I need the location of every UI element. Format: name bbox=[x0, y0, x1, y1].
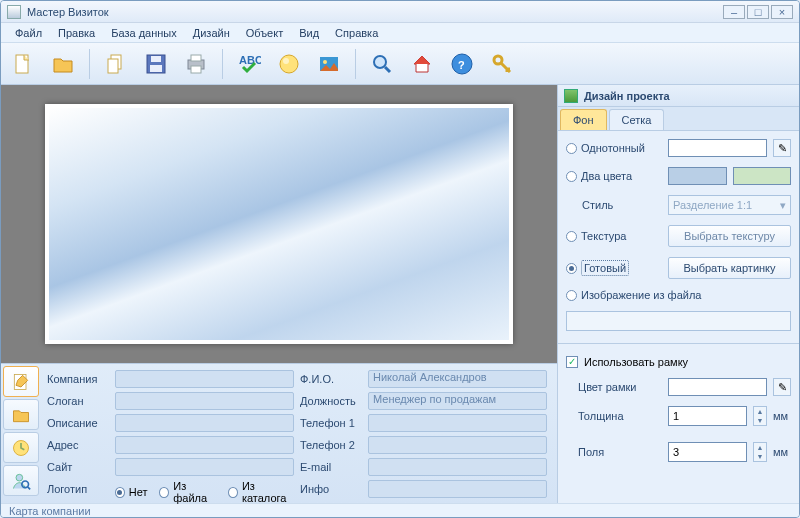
right-panel-header: Дизайн проекта bbox=[558, 85, 799, 107]
sphere-button[interactable] bbox=[273, 48, 305, 80]
radio-texture[interactable] bbox=[566, 231, 577, 242]
svg-text:?: ? bbox=[458, 59, 465, 71]
svg-point-14 bbox=[374, 56, 386, 68]
svg-point-17 bbox=[494, 56, 502, 64]
copy-button[interactable] bbox=[100, 48, 132, 80]
design-icon bbox=[564, 89, 578, 103]
checkbox-frame[interactable]: ✓ bbox=[566, 356, 578, 368]
svg-point-11 bbox=[283, 58, 289, 64]
toolbar: ABC ? bbox=[1, 43, 799, 85]
radio-logo-file[interactable] bbox=[159, 487, 169, 498]
solid-color-swatch[interactable] bbox=[668, 139, 767, 157]
minimize-button[interactable]: – bbox=[723, 5, 745, 19]
label-company: Компания bbox=[47, 370, 109, 388]
menu-database[interactable]: База данных bbox=[103, 25, 185, 41]
thickness-spinner[interactable]: ▲▼ bbox=[753, 406, 767, 426]
logo-options: Нет Из файла Из каталога bbox=[115, 480, 294, 504]
titlebar: Мастер Визиток – □ × bbox=[1, 1, 799, 23]
image-button[interactable] bbox=[313, 48, 345, 80]
input-phone1[interactable] bbox=[368, 414, 547, 432]
svg-point-13 bbox=[323, 60, 327, 64]
menu-object[interactable]: Объект bbox=[238, 25, 291, 41]
choose-image-button[interactable]: Выбрать картинку bbox=[668, 257, 791, 279]
label-use-frame: Использовать рамку bbox=[584, 356, 688, 368]
fields-panel: Компания Ф.И.О. Николай Александров Слог… bbox=[1, 363, 557, 503]
input-company[interactable] bbox=[115, 370, 294, 388]
label-desc: Описание bbox=[47, 414, 109, 432]
key-button[interactable] bbox=[486, 48, 518, 80]
margins-spinner[interactable]: ▲▼ bbox=[753, 442, 767, 462]
menu-edit[interactable]: Правка bbox=[50, 25, 103, 41]
sidetab-clock[interactable] bbox=[3, 432, 39, 463]
right-panel: Дизайн проекта Фон Сетка Однотонный ✎ Дв… bbox=[557, 85, 799, 503]
radio-logo-catalog[interactable] bbox=[228, 487, 238, 498]
input-phone2[interactable] bbox=[368, 436, 547, 454]
label-site: Сайт bbox=[47, 458, 109, 476]
svg-point-10 bbox=[280, 55, 298, 73]
home-button[interactable] bbox=[406, 48, 438, 80]
color2-swatch[interactable] bbox=[733, 167, 792, 185]
svg-text:ABC: ABC bbox=[239, 54, 261, 66]
new-button[interactable] bbox=[7, 48, 39, 80]
label-phone2: Телефон 2 bbox=[300, 436, 362, 454]
sidetab-person[interactable] bbox=[3, 465, 39, 496]
input-info[interactable] bbox=[368, 480, 547, 498]
label-info: Инфо bbox=[300, 480, 362, 504]
tab-background[interactable]: Фон bbox=[560, 109, 607, 130]
input-address[interactable] bbox=[115, 436, 294, 454]
frame-picker-button[interactable]: ✎ bbox=[773, 378, 791, 396]
status-bar: Карта компании bbox=[1, 503, 799, 518]
label-email: E-mail bbox=[300, 458, 362, 476]
style-combo[interactable]: Разделение 1:1▾ bbox=[668, 195, 791, 215]
input-desc[interactable] bbox=[115, 414, 294, 432]
canvas-area[interactable] bbox=[1, 85, 557, 363]
save-button[interactable] bbox=[140, 48, 172, 80]
choose-texture-button[interactable]: Выбрать текстуру bbox=[668, 225, 791, 247]
input-email[interactable] bbox=[368, 458, 547, 476]
maximize-button[interactable]: □ bbox=[747, 5, 769, 19]
app-icon bbox=[7, 5, 21, 19]
solid-picker-button[interactable]: ✎ bbox=[773, 139, 791, 157]
svg-rect-4 bbox=[151, 56, 161, 62]
sidetab-folder[interactable] bbox=[3, 399, 39, 430]
color1-swatch[interactable] bbox=[668, 167, 727, 185]
label-address: Адрес bbox=[47, 436, 109, 454]
zoom-button[interactable] bbox=[366, 48, 398, 80]
svg-rect-7 bbox=[191, 55, 201, 61]
menu-help[interactable]: Справка bbox=[327, 25, 386, 41]
menu-view[interactable]: Вид bbox=[291, 25, 327, 41]
label-fio: Ф.И.О. bbox=[300, 370, 362, 388]
margins-input[interactable]: 3 bbox=[668, 442, 747, 462]
radio-solid[interactable] bbox=[566, 143, 577, 154]
frame-color-swatch[interactable] bbox=[668, 378, 767, 396]
radio-logo-none[interactable] bbox=[115, 487, 125, 498]
print-button[interactable] bbox=[180, 48, 212, 80]
input-site[interactable] bbox=[115, 458, 294, 476]
card-preview[interactable] bbox=[45, 104, 513, 344]
menu-design[interactable]: Дизайн bbox=[185, 25, 238, 41]
label-logo: Логотип bbox=[47, 480, 109, 504]
svg-point-20 bbox=[16, 474, 23, 481]
radio-fromfile[interactable] bbox=[566, 290, 577, 301]
close-button[interactable]: × bbox=[771, 5, 793, 19]
label-slogan: Слоган bbox=[47, 392, 109, 410]
sidetab-edit[interactable] bbox=[3, 366, 39, 397]
spellcheck-button[interactable]: ABC bbox=[233, 48, 265, 80]
help-button[interactable]: ? bbox=[446, 48, 478, 80]
menu-file[interactable]: Файл bbox=[7, 25, 50, 41]
svg-rect-8 bbox=[191, 66, 201, 73]
input-position[interactable]: Менеджер по продажам bbox=[368, 392, 547, 410]
radio-ready[interactable] bbox=[566, 263, 577, 274]
open-button[interactable] bbox=[47, 48, 79, 80]
svg-rect-5 bbox=[150, 65, 162, 72]
thickness-input[interactable]: 1 bbox=[668, 406, 747, 426]
label-phone1: Телефон 1 bbox=[300, 414, 362, 432]
svg-rect-2 bbox=[108, 59, 118, 73]
input-slogan[interactable] bbox=[115, 392, 294, 410]
radio-twocolor[interactable] bbox=[566, 171, 577, 182]
tab-grid[interactable]: Сетка bbox=[609, 109, 665, 130]
filepath-input[interactable] bbox=[566, 311, 791, 331]
input-fio[interactable]: Николай Александров bbox=[368, 370, 547, 388]
window-title: Мастер Визиток bbox=[27, 6, 109, 18]
menubar: Файл Правка База данных Дизайн Объект Ви… bbox=[1, 23, 799, 43]
